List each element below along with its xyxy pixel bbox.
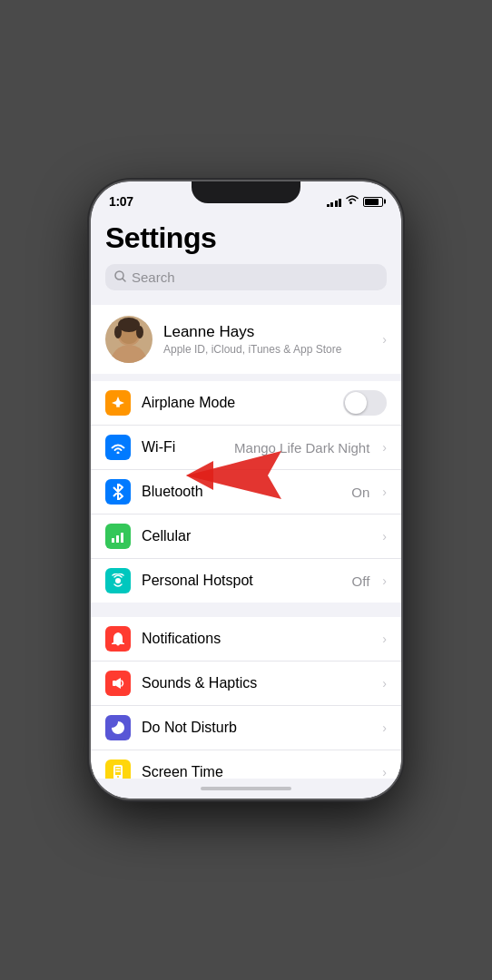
profile-chevron-icon: › [382,332,387,347]
sounds-row[interactable]: Sounds & Haptics › [91,662,401,706]
battery-icon [363,197,383,207]
svg-rect-19 [116,768,121,769]
wifi-row[interactable]: Wi-Fi Mango Life Dark Night › [91,426,401,470]
do-not-disturb-row[interactable]: Do Not Disturb › [91,706,401,750]
status-time: 1:07 [109,194,133,209]
status-bar: 1:07 [91,181,401,214]
cellular-chevron-icon: › [382,529,387,544]
section-separator [91,298,401,305]
wifi-status-icon [346,195,359,208]
screen-time-label: Screen Time [142,764,369,779]
status-icons [327,195,384,208]
svg-rect-15 [113,681,116,686]
svg-rect-13 [121,533,123,543]
svg-point-14 [115,578,121,583]
svg-rect-12 [116,535,119,543]
wifi-value: Mango Life Dark Night [234,440,369,456]
bluetooth-row[interactable]: Bluetooth On › [91,470,401,514]
wifi-label: Wi-Fi [142,439,223,456]
hotspot-icon [105,568,131,593]
page-title-area: Settings [91,214,401,260]
page-title: Settings [105,221,387,255]
profile-name: Leanne Hays [163,323,369,341]
airplane-mode-icon [105,390,131,416]
alerts-section: Notifications › Sounds & Haptics › [91,617,401,779]
home-bar [201,787,291,790]
connectivity-section: Airplane Mode Wi-Fi Mang [91,381,401,603]
personal-hotspot-row[interactable]: Personal Hotspot Off › [91,559,401,603]
screen-time-chevron-icon: › [382,765,387,779]
cellular-icon [105,524,131,549]
profile-row[interactable]: Leanne Hays Apple ID, iCloud, iTunes & A… [91,305,401,374]
cellular-row[interactable]: Cellular › [91,514,401,559]
svg-marker-16 [116,678,121,689]
personal-hotspot-chevron-icon: › [382,573,387,588]
search-bar[interactable]: Search [91,260,401,298]
notifications-chevron-icon: › [382,632,387,646]
wifi-chevron-icon: › [382,440,387,455]
bluetooth-label: Bluetooth [142,484,340,500]
section-separator-2 [91,374,401,381]
signal-bars-icon [327,197,342,207]
svg-point-21 [117,776,119,778]
section-separator-3 [91,610,401,617]
bluetooth-value: On [351,485,369,500]
do-not-disturb-icon [105,715,131,740]
svg-point-7 [136,326,143,338]
airplane-mode-row[interactable]: Airplane Mode [91,381,401,426]
svg-rect-11 [112,538,114,543]
sounds-label: Sounds & Haptics [142,675,369,691]
screen-time-icon [105,760,131,779]
cellular-label: Cellular [142,528,369,544]
svg-point-6 [114,326,122,338]
search-icon [114,270,126,285]
wifi-icon [105,435,131,460]
notch [192,181,300,203]
airplane-mode-toggle[interactable] [343,390,387,416]
bluetooth-icon [105,479,131,505]
screen-time-row[interactable]: Screen Time › [91,750,401,779]
personal-hotspot-label: Personal Hotspot [142,573,341,589]
svg-rect-20 [116,770,121,772]
bluetooth-chevron-icon: › [382,485,387,499]
home-indicator [91,779,401,799]
screen: 1:07 [91,181,401,799]
avatar [105,316,153,363]
svg-point-8 [117,451,120,454]
do-not-disturb-chevron-icon: › [382,720,387,735]
phone-frame: 1:07 [91,181,401,799]
sounds-icon [105,671,131,696]
content-area: Settings Search [91,214,401,779]
airplane-mode-label: Airplane Mode [142,395,332,411]
svg-line-1 [123,279,125,281]
notifications-label: Notifications [142,631,369,647]
svg-point-2 [111,345,147,363]
search-placeholder: Search [132,270,175,285]
profile-subtitle: Apple ID, iCloud, iTunes & App Store [163,343,369,356]
notifications-row[interactable]: Notifications › [91,617,401,662]
notifications-icon [105,626,131,652]
search-input-wrap[interactable]: Search [105,264,387,290]
sounds-chevron-icon: › [382,676,387,691]
profile-info: Leanne Hays Apple ID, iCloud, iTunes & A… [163,323,369,356]
personal-hotspot-value: Off [352,573,370,589]
do-not-disturb-label: Do Not Disturb [142,720,369,736]
